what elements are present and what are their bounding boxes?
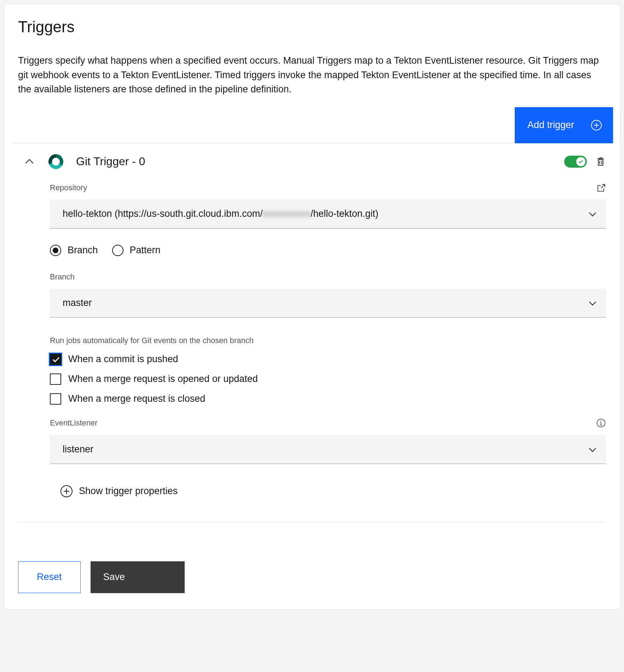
delete-trigger-button[interactable]	[595, 156, 606, 167]
branch-radio[interactable]: Branch	[50, 245, 98, 256]
add-trigger-label: Add trigger	[527, 120, 574, 131]
repository-label: Repository	[50, 183, 87, 192]
checkbox-icon	[50, 373, 61, 385]
git-provider-icon	[48, 154, 63, 169]
show-trigger-properties-button[interactable]: Show trigger properties	[60, 485, 606, 497]
radio-icon	[112, 245, 123, 256]
triggers-card: Triggers Triggers specify what happens w…	[4, 4, 620, 610]
branch-value: master	[63, 297, 92, 308]
mr-closed-label: When a merge request is closed	[68, 393, 205, 404]
trigger-header[interactable]: Git Trigger - 0	[11, 144, 613, 180]
page-title: Triggers	[18, 18, 613, 36]
chevron-up-icon	[25, 157, 34, 166]
eventlistener-select[interactable]: listener	[50, 435, 606, 464]
branch-label: Branch	[50, 272, 606, 282]
chevron-down-icon	[589, 210, 596, 217]
checkbox-icon	[50, 393, 61, 405]
footer-actions: Reset Save	[11, 522, 613, 593]
git-events-helptext: Run jobs automatically for Git events on…	[50, 336, 606, 345]
commit-pushed-checkbox-row[interactable]: When a commit is pushed	[50, 354, 606, 365]
commit-pushed-label: When a commit is pushed	[68, 354, 178, 365]
repository-value: hello-tekton (https://us-south.git.cloud…	[63, 208, 379, 219]
svg-rect-0	[598, 160, 603, 165]
chevron-down-icon	[589, 446, 596, 453]
trigger-body: Repository hello-tekton (https://us-sout…	[11, 183, 613, 497]
pattern-radio-label: Pattern	[130, 245, 161, 256]
plus-circle-icon	[60, 485, 73, 497]
eventlistener-label: EventListener	[50, 418, 98, 428]
add-trigger-row: Add trigger	[11, 104, 613, 144]
add-trigger-button[interactable]: Add trigger	[515, 107, 613, 143]
info-icon[interactable]	[596, 418, 606, 428]
svg-line-7	[601, 184, 605, 188]
repository-select[interactable]: hello-tekton (https://us-south.git.cloud…	[50, 199, 606, 228]
save-button[interactable]: Save	[91, 561, 185, 593]
svg-point-10	[601, 421, 601, 421]
mr-opened-checkbox-row[interactable]: When a merge request is opened or update…	[50, 373, 606, 385]
show-trigger-properties-label: Show trigger properties	[79, 486, 178, 497]
plus-circle-icon	[591, 120, 602, 131]
branch-select[interactable]: master	[50, 289, 606, 318]
triggers-description: Triggers specify what happens when a spe…	[18, 53, 606, 97]
reset-button[interactable]: Reset	[18, 561, 81, 593]
mr-closed-checkbox-row[interactable]: When a merge request is closed	[50, 393, 606, 405]
external-link-icon[interactable]	[597, 183, 606, 192]
checkbox-icon	[50, 354, 61, 365]
pattern-radio[interactable]: Pattern	[112, 245, 161, 256]
trigger-title: Git Trigger - 0	[76, 155, 145, 168]
radio-icon	[50, 245, 61, 256]
ref-type-radio-group: Branch Pattern	[50, 245, 606, 256]
eventlistener-value: listener	[63, 444, 93, 455]
branch-radio-label: Branch	[68, 245, 98, 256]
chevron-down-icon	[589, 299, 596, 306]
trigger-enable-toggle[interactable]	[564, 156, 587, 168]
mr-opened-label: When a merge request is opened or update…	[68, 373, 258, 384]
